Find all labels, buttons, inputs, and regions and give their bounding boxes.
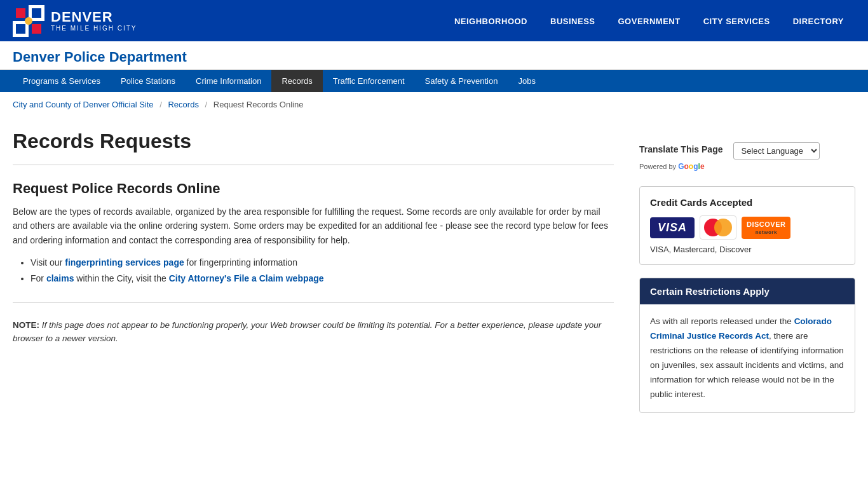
- sidebar: Translate This Page Select Language Span…: [639, 130, 855, 413]
- card-names: VISA, Mastercard, Discover: [650, 245, 844, 254]
- svg-marker-7: [16, 24, 25, 34]
- list-item: For claims within the City, visit the Ci…: [31, 271, 614, 287]
- subnav-crime-information[interactable]: Crime Information: [186, 70, 271, 92]
- subnav-safety-prevention[interactable]: Safety & Prevention: [415, 70, 508, 92]
- powered-by: Powered by Google: [639, 162, 855, 171]
- breadcrumb-sep-2: /: [205, 100, 208, 109]
- section-title: Request Police Records Online: [13, 180, 614, 197]
- nav-neighborhood[interactable]: NEIGHBORHOOD: [443, 17, 539, 26]
- svg-marker-6: [32, 8, 41, 18]
- translate-widget: Translate This Page Select Language Span…: [639, 142, 855, 171]
- logo-area[interactable]: DENVER THE MILE HIGH CITY: [13, 5, 137, 37]
- nav-city-services[interactable]: CITY SERVICES: [692, 17, 782, 26]
- card-icons: VISA DISCOVER network: [650, 215, 844, 240]
- subnav-jobs[interactable]: Jobs: [508, 70, 545, 92]
- top-navigation: DENVER THE MILE HIGH CITY NEIGHBORHOOD B…: [0, 0, 868, 41]
- content-divider: [13, 302, 614, 303]
- city-name: DENVER: [51, 10, 137, 25]
- section-body: Below are the types of records available…: [13, 205, 614, 247]
- svg-point-9: [25, 17, 32, 25]
- main-content: Records Requests Request Police Records …: [13, 130, 614, 413]
- denver-logo-icon: [13, 5, 44, 37]
- subnav-traffic-enforcement[interactable]: Traffic Enforcement: [323, 70, 415, 92]
- main-nav-links: NEIGHBORHOOD BUSINESS GOVERNMENT CITY SE…: [443, 16, 855, 26]
- credit-cards-title: Credit Cards Accepted: [650, 197, 844, 208]
- dept-header: Denver Police Department: [0, 41, 868, 70]
- city-tagline: THE MILE HIGH CITY: [51, 25, 137, 32]
- logo-text: DENVER THE MILE HIGH CITY: [51, 10, 137, 32]
- subnav-programs[interactable]: Programs & Services: [13, 70, 111, 92]
- bullet-list: Visit our fingerprinting services page f…: [13, 255, 614, 287]
- svg-marker-8: [32, 24, 41, 34]
- translate-label: Translate This Page: [639, 144, 723, 154]
- breadcrumb-current: Request Records Online: [214, 100, 304, 109]
- discover-card-icon: DISCOVER network: [742, 217, 790, 239]
- restrictions-widget: Certain Restrictions Apply As with all r…: [639, 278, 855, 413]
- page-title: Records Requests: [13, 130, 614, 165]
- subnav-records[interactable]: Records: [271, 70, 322, 92]
- credit-cards-widget: Credit Cards Accepted VISA DISCOVER netw…: [639, 186, 855, 265]
- subnav-police-stations[interactable]: Police Stations: [111, 70, 186, 92]
- breadcrumb-records[interactable]: Records: [168, 100, 198, 109]
- restrictions-header: Certain Restrictions Apply: [640, 278, 855, 304]
- fingerprinting-link[interactable]: fingerprinting services page: [65, 257, 184, 268]
- list-item: Visit our fingerprinting services page f…: [31, 255, 614, 271]
- breadcrumb-sep-1: /: [159, 100, 162, 109]
- restrictions-body: As with all reports released under the C…: [640, 304, 855, 412]
- nav-business[interactable]: BUSINESS: [539, 17, 606, 26]
- claims-link[interactable]: claims: [46, 273, 74, 283]
- nav-government[interactable]: GOVERNMENT: [606, 17, 691, 26]
- language-select[interactable]: Select Language Spanish French German Ch…: [733, 142, 820, 159]
- note-label: NOTE:: [13, 320, 39, 330]
- breadcrumb: City and County of Denver Official Site …: [0, 92, 868, 117]
- breadcrumb-home[interactable]: City and County of Denver Official Site: [13, 100, 154, 109]
- visa-card-icon: VISA: [650, 217, 695, 238]
- city-attorney-link[interactable]: City Attorney's File a Claim webpage: [169, 273, 324, 283]
- dept-title-link[interactable]: Denver Police Department: [13, 49, 187, 65]
- mc-orange-circle: [714, 219, 732, 236]
- note-text: NOTE: If this page does not appear to be…: [13, 318, 614, 346]
- main-layout: Records Requests Request Police Records …: [0, 117, 868, 438]
- google-branding: Google: [678, 163, 704, 170]
- sub-navigation: Programs & Services Police Stations Crim…: [0, 70, 868, 92]
- svg-marker-5: [16, 8, 25, 18]
- nav-directory[interactable]: DIRECTORY: [782, 17, 855, 26]
- mastercard-icon: [700, 215, 736, 240]
